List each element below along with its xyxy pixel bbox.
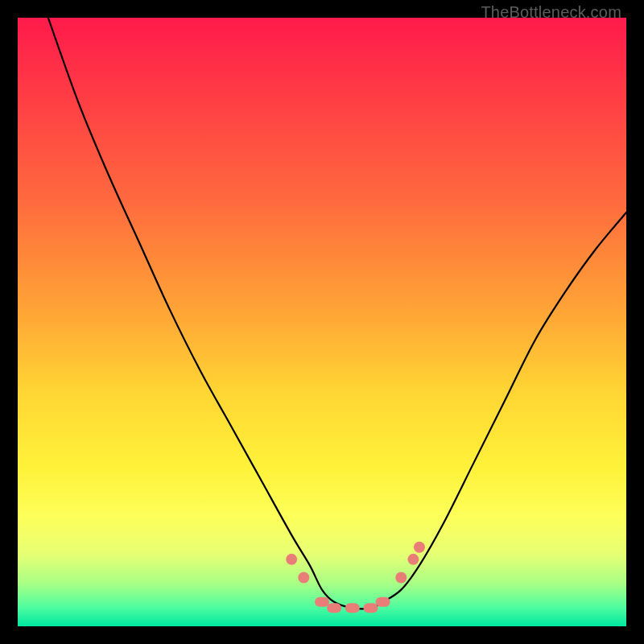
marker-point xyxy=(298,572,309,584)
marker-point xyxy=(407,554,419,565)
bottleneck-curve xyxy=(48,18,626,609)
marker-point xyxy=(345,603,360,613)
markers-group xyxy=(286,542,425,613)
chart-frame: TheBottleneck.com xyxy=(0,0,644,644)
marker-point xyxy=(286,554,297,565)
marker-point xyxy=(395,572,407,584)
marker-point xyxy=(414,542,425,553)
marker-point xyxy=(327,603,341,613)
watermark-text: TheBottleneck.com xyxy=(481,3,621,22)
marker-point xyxy=(376,597,390,607)
plot-area xyxy=(18,18,626,626)
marker-point xyxy=(363,603,378,613)
curve-svg xyxy=(18,18,626,626)
marker-point xyxy=(315,597,329,607)
